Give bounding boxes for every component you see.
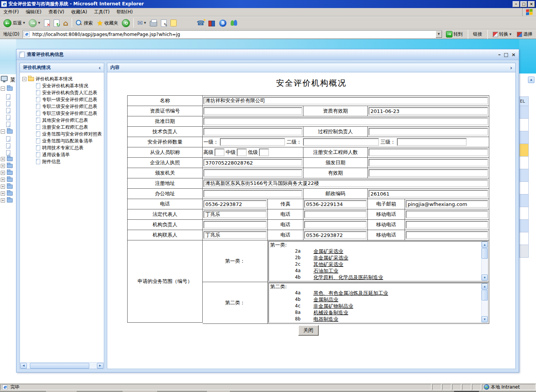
tree-item[interactable]: 通用设备清单 (22, 151, 104, 158)
dialog-close-button[interactable]: × (511, 52, 516, 57)
menu-item[interactable]: 编辑(E) (22, 8, 45, 16)
tree-plus-icon[interactable]: + (1, 164, 5, 168)
tree-item[interactable]: 聘用技术专家汇总表 (22, 144, 104, 151)
favorites-button[interactable]: ★ 收藏夹 (95, 17, 120, 29)
links-button[interactable]: 链接 (471, 31, 484, 38)
tree-item[interactable]: 专职三级安全评价师汇总表 (22, 110, 104, 117)
tree-item[interactable]: 专职二级安全评价师汇总表 (22, 103, 104, 110)
tree-plus-icon[interactable]: + (1, 171, 5, 175)
level1-input[interactable] (220, 138, 285, 146)
tree-minus-icon[interactable]: − (22, 77, 26, 81)
process-ctrl-input[interactable] (369, 128, 488, 136)
cert-valid-input[interactable] (369, 107, 488, 115)
listbox-item[interactable]: 8b 电器制造业 (269, 316, 488, 322)
select-button[interactable]: 选择 (515, 31, 534, 38)
contact-input[interactable] (203, 231, 267, 239)
org-leader-mobile-input[interactable] (406, 221, 488, 229)
tech-leader-input[interactable] (203, 128, 302, 136)
go-button[interactable]: → 转到 (444, 31, 465, 38)
issue-date-input[interactable] (369, 159, 488, 167)
name-input[interactable] (203, 97, 488, 105)
org-leader-phone-input[interactable] (304, 221, 367, 229)
fax-input[interactable] (304, 200, 367, 208)
level2-input[interactable] (303, 138, 379, 146)
listbox-item[interactable]: 2b 非金属矿采选业 (269, 255, 488, 261)
history-button[interactable]: ⟲ (120, 17, 132, 29)
address-input[interactable]: e http://localhost:8080/aqpj/pages/frame… (23, 30, 443, 38)
scroll-up-icon[interactable]: ▲ (482, 283, 488, 289)
search-button[interactable]: 搜索 (74, 17, 95, 29)
reg-addr-input[interactable] (203, 180, 488, 187)
tree-item[interactable]: 注册安全工程师汇总表 (22, 124, 104, 131)
tree-item[interactable]: 业务范围与安全评价师对照表 (22, 131, 104, 137)
listbox-item[interactable]: 2c 其他矿采选业 (269, 261, 488, 268)
close-form-button[interactable]: 关闭 (298, 325, 319, 336)
tree-minus-icon[interactable]: − (1, 129, 5, 134)
contact-phone-input[interactable] (304, 231, 367, 239)
convert-button[interactable]: 转换 ▼ (491, 31, 513, 38)
listbox-item[interactable]: 4b 金属制品业 (269, 296, 488, 303)
scrollbar-thumb[interactable] (482, 248, 488, 259)
listbox-item[interactable]: 4a 黑色、有色金属冶炼及压延加工业 (269, 290, 488, 296)
tree-item[interactable]: 安全评价机构负责人汇总表 (22, 89, 104, 96)
minimize-button[interactable]: – (513, 1, 520, 7)
edit-button[interactable]: ✎ (159, 17, 169, 29)
scroll-up-icon[interactable]: ▲ (528, 77, 534, 83)
research-button[interactable] (207, 17, 217, 29)
address-dropdown-icon[interactable]: ▼ (436, 31, 442, 38)
close-button[interactable]: × (528, 1, 535, 7)
junior-input[interactable] (259, 149, 269, 156)
bluetooth-button[interactable]: B (217, 17, 228, 29)
middle-input[interactable] (237, 149, 247, 156)
org-leader-input[interactable] (203, 221, 267, 229)
category1-listbox[interactable]: 第一类: 2a 金属矿采选业 (268, 241, 488, 281)
scrollbar-thumb[interactable] (482, 290, 488, 301)
contact-mobile-input[interactable] (406, 231, 488, 239)
dialog-maximize-button[interactable]: □ (504, 52, 508, 57)
tree-plus-icon[interactable]: + (1, 157, 5, 161)
back-dropdown-icon[interactable]: ▼ (23, 21, 25, 24)
tree-item[interactable]: 附件信息 (22, 158, 104, 165)
listbox-scrollbar[interactable]: ▲ ▼ (481, 242, 488, 281)
email-input[interactable] (406, 200, 488, 208)
scrollbar-thumb[interactable] (30, 363, 89, 369)
tree-item[interactable]: 业务范围与匹配装备清单 (22, 137, 104, 144)
tree-plus-icon[interactable]: + (1, 191, 5, 196)
license-input[interactable] (203, 159, 302, 167)
menu-item[interactable]: 文件(F) (0, 8, 22, 16)
restore-button[interactable]: □ (520, 1, 527, 7)
tree-plus-icon[interactable]: + (1, 185, 5, 189)
level3-input[interactable] (397, 138, 467, 146)
stop-button[interactable]: ✕ (42, 17, 52, 29)
issue-org-input[interactable] (203, 169, 302, 177)
refresh-button[interactable]: ↻ (52, 17, 61, 29)
dialog-minimize-button[interactable]: – (498, 52, 501, 57)
print-button[interactable] (148, 17, 159, 29)
legal-rep-input[interactable] (203, 211, 267, 218)
listbox-item[interactable]: 4a 石油加工业 (269, 268, 488, 274)
sidebar-hscrollbar[interactable]: ◀ ▶ (20, 362, 104, 369)
tree-plus-icon[interactable]: + (1, 178, 5, 182)
cert-no-input[interactable] (203, 107, 302, 115)
collapse-icon[interactable]: ‹ (98, 65, 101, 71)
back-button[interactable]: ← 后退 ▼ (2, 17, 27, 29)
menu-item[interactable]: 收藏(A) (68, 8, 91, 16)
listbox-item[interactable]: 2a 金属矿采选业 (269, 248, 488, 255)
scroll-down-icon[interactable]: ▼ (482, 316, 488, 322)
tree-item[interactable]: 安全评价机构基本情况 (22, 82, 104, 89)
senior-input[interactable] (215, 149, 225, 156)
forward-dropdown-icon[interactable]: ▼ (38, 21, 40, 24)
reg-engineer-input[interactable] (369, 149, 488, 156)
menu-item[interactable]: 查看(V) (45, 8, 68, 16)
listbox-item[interactable]: 4b 化学原料、化学品及医药制造业 (269, 274, 488, 281)
legal-rep-phone-input[interactable] (304, 211, 367, 218)
menu-item[interactable]: 帮助(H) (113, 8, 136, 16)
tree-minus-icon[interactable]: − (1, 87, 5, 91)
discuss-button[interactable] (169, 17, 179, 29)
listbox-item[interactable]: 4c 非金属矿物制品业 (269, 303, 488, 309)
scroll-down-icon[interactable]: ▼ (482, 274, 488, 281)
expand-icon[interactable]: › (510, 65, 512, 71)
messenger-phone-button[interactable]: ☎★ (195, 17, 207, 29)
tree-plus-icon[interactable]: + (1, 198, 5, 203)
tree-item[interactable]: 专职一级安全评价师汇总表 (22, 96, 104, 103)
